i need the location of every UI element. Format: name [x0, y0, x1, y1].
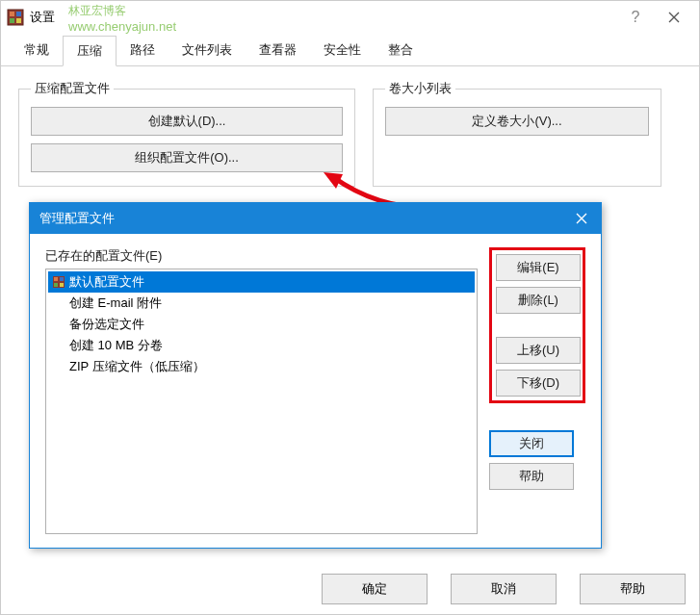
list-item-label: 备份选定文件 [69, 316, 144, 333]
profile-listbox[interactable]: 默认配置文件 创建 E-mail 附件 备份选定文件 创建 10 MB 分卷 Z… [45, 269, 478, 534]
svg-rect-3 [10, 18, 14, 23]
close-icon [668, 12, 680, 23]
define-volume-button[interactable]: 定义卷大小(V)... [385, 107, 649, 136]
tab-bar: 常规 压缩 路径 文件列表 查看器 安全性 整合 [1, 36, 699, 66]
compress-profiles-group: 压缩配置文件 创建默认(D)... 组织配置文件(O)... [18, 80, 355, 187]
svg-rect-10 [60, 283, 64, 287]
list-item[interactable]: 默认配置文件 [48, 271, 475, 293]
svg-rect-8 [60, 277, 64, 281]
dialog-titlebar: 管理配置文件 [30, 203, 601, 234]
svg-rect-4 [16, 18, 21, 23]
app-icon [7, 9, 24, 26]
list-item[interactable]: 创建 E-mail 附件 [48, 293, 475, 314]
profile-list-panel: 已存在的配置文件(E) 默认配置文件 创建 E-mail 附件 备份选定文件 创… [45, 247, 478, 534]
titlebar: 设置 ? [1, 1, 699, 34]
volume-size-group: 卷大小列表 定义卷大小(V)... [373, 80, 661, 187]
manage-profiles-dialog: 管理配置文件 已存在的配置文件(E) 默认配置文件 创建 E-mail 附件 备… [29, 202, 602, 549]
tab-paths[interactable]: 路径 [117, 36, 169, 65]
list-item-label: ZIP 压缩文件（低压缩） [69, 358, 205, 375]
footer-buttons: 确定 取消 帮助 [322, 574, 686, 604]
highlighted-buttons: 编辑(E) 删除(L) 上移(U) 下移(D) [489, 247, 585, 403]
list-item[interactable]: ZIP 压缩文件（低压缩） [48, 356, 475, 377]
move-up-button[interactable]: 上移(U) [496, 337, 581, 364]
close-button[interactable] [655, 4, 693, 31]
svg-rect-7 [54, 277, 58, 281]
svg-rect-2 [16, 12, 21, 16]
svg-rect-9 [54, 283, 58, 287]
list-item[interactable]: 创建 10 MB 分卷 [48, 335, 475, 356]
dialog-help-button[interactable]: 帮助 [489, 463, 574, 490]
volume-size-legend: 卷大小列表 [385, 80, 455, 97]
create-default-button[interactable]: 创建默认(D)... [31, 107, 343, 136]
tab-security[interactable]: 安全性 [310, 36, 375, 65]
move-down-button[interactable]: 下移(D) [496, 370, 581, 397]
ok-button[interactable]: 确定 [322, 574, 428, 604]
tab-general[interactable]: 常规 [11, 36, 63, 65]
tab-filelist[interactable]: 文件列表 [169, 36, 246, 65]
list-item-label: 创建 E-mail 附件 [69, 295, 162, 312]
tab-content: 压缩配置文件 创建默认(D)... 组织配置文件(O)... 卷大小列表 定义卷… [1, 66, 699, 200]
dialog-buttons: 编辑(E) 删除(L) 上移(U) 下移(D) 关闭 帮助 [489, 247, 585, 534]
organize-profiles-button[interactable]: 组织配置文件(O)... [31, 143, 343, 172]
profile-icon [52, 275, 65, 289]
delete-button[interactable]: 删除(L) [496, 287, 581, 314]
edit-button[interactable]: 编辑(E) [496, 254, 581, 281]
dialog-title: 管理配置文件 [39, 210, 562, 227]
close-icon [576, 213, 587, 224]
cancel-button[interactable]: 取消 [451, 574, 557, 604]
help-button[interactable]: ? [616, 4, 655, 31]
help-button-footer[interactable]: 帮助 [580, 574, 686, 604]
list-item[interactable]: 备份选定文件 [48, 314, 475, 335]
window-title: 设置 [30, 9, 616, 26]
tab-integration[interactable]: 整合 [375, 36, 427, 65]
list-label: 已存在的配置文件(E) [45, 247, 478, 265]
list-item-label: 默认配置文件 [69, 273, 144, 291]
dialog-close-action-button[interactable]: 关闭 [489, 430, 574, 457]
tab-viewer[interactable]: 查看器 [246, 36, 310, 65]
svg-rect-1 [10, 12, 14, 16]
dialog-close-button[interactable] [562, 203, 601, 234]
list-item-label: 创建 10 MB 分卷 [69, 337, 163, 354]
tab-compression[interactable]: 压缩 [63, 36, 117, 66]
compress-profiles-legend: 压缩配置文件 [31, 80, 114, 97]
